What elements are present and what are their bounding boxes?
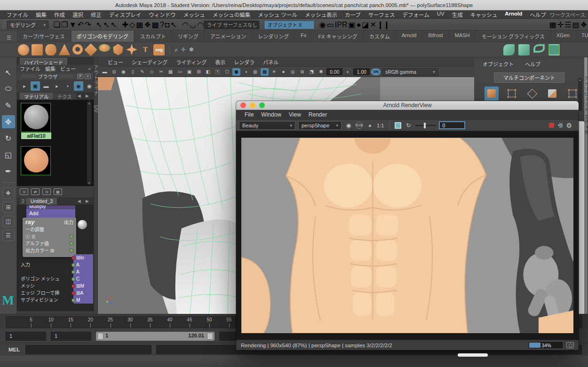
edge-mode-icon[interactable] — [525, 86, 539, 101]
node-attr-row[interactable]: 入力 — [21, 261, 77, 268]
range-handle-right[interactable] — [207, 333, 213, 340]
image-plane-icon[interactable]: ✎ — [138, 68, 146, 76]
lock-icon[interactable]: ◘ — [165, 21, 170, 29]
node-attr-row[interactable] — [21, 268, 77, 275]
panel-menu-item[interactable]: ビュー — [103, 58, 127, 66]
hypershade-tab[interactable]: ハイパーシェード — [20, 58, 67, 65]
scale-tool[interactable]: ◱ — [2, 148, 15, 161]
light-editor-icon[interactable]: ◪ — [362, 20, 369, 29]
gamma-icon[interactable]: ◐ — [344, 68, 352, 76]
stop-render-icon[interactable] — [549, 123, 554, 128]
menu-set-selector[interactable]: モデリング — [7, 21, 48, 29]
shelf-tab[interactable]: カーブ/サーフェス — [17, 30, 71, 42]
snap-grid-icon[interactable]: ✚ — [122, 20, 128, 29]
zoom-ratio-label[interactable]: 1:1 — [377, 121, 384, 130]
snap-point-icon[interactable]: ▦ — [136, 20, 143, 29]
menu-item[interactable]: ヘルプ — [526, 11, 550, 18]
menu-node-row-add[interactable]: Add — [26, 210, 75, 217]
layout-single[interactable]: ❖ — [2, 187, 15, 199]
node-attr-row[interactable]: ⓢ ☰ — [25, 233, 73, 240]
menu-item[interactable]: メッシュの編集 — [209, 11, 254, 18]
menu-item[interactable]: 作成 — [50, 11, 69, 18]
debug-value-field[interactable]: 0 — [439, 121, 465, 129]
right-scrollbar[interactable] — [578, 78, 582, 111]
render-settings-icon[interactable]: ▣ — [349, 20, 356, 29]
graph-icon[interactable]: ▦ — [54, 188, 62, 195]
undo-icon[interactable]: ↶ — [78, 20, 84, 29]
tab-scroll-arrows[interactable]: ◀ ▶ — [78, 199, 91, 203]
smooth-icon[interactable] — [518, 44, 530, 55]
menu-item[interactable]: UV — [433, 11, 448, 18]
rotate-tool[interactable]: ↻ — [2, 132, 15, 145]
camera-icon[interactable]: ▬ — [101, 68, 109, 76]
color-management-toggle[interactable]: ON — [371, 69, 381, 75]
shelf-tab[interactable]: ポリゴンのモデリング — [71, 30, 134, 42]
connection-dot[interactable] — [72, 270, 75, 274]
new-scene-icon[interactable]: ❏ — [54, 20, 60, 29]
film-gate-icon[interactable]: ▭ — [176, 68, 184, 76]
poly-sphere-icon[interactable] — [18, 44, 29, 55]
node-editor-view[interactable]: Multiply Add Mask ray 出力 ーの調整 ⓢ ☰アルファ値出力… — [17, 205, 94, 311]
vertex-mode-icon[interactable] — [505, 86, 519, 101]
connected-node-column[interactable]: ⊞InAAC⊞M⊞AM — [73, 254, 93, 304]
node-attr-row[interactable]: メッシ — [21, 282, 77, 289]
hud-icon[interactable]: 🅃 — [214, 68, 222, 76]
shelf-tab[interactable]: Fx — [295, 30, 312, 42]
redo-icon[interactable]: ↷ — [85, 20, 91, 29]
view-transform-selector[interactable]: sRGB gamma — [382, 68, 438, 76]
isolate-icon[interactable]: ◎ — [289, 68, 297, 76]
shelf-tab[interactable]: TURTLE — [576, 30, 588, 42]
bend-icon[interactable] — [533, 44, 545, 53]
menu-item[interactable]: メッシュ ツール — [254, 11, 301, 18]
poly-star-icon[interactable] — [126, 44, 137, 55]
shelf-tab[interactable]: リギング — [172, 30, 204, 42]
menu-node-header[interactable]: Multiply — [26, 205, 75, 210]
command-input[interactable] — [25, 345, 151, 354]
connection-dot[interactable] — [70, 249, 73, 252]
construction-history-icon[interactable]: ◠ — [182, 20, 189, 29]
2d-pan-icon[interactable]: ◇ — [148, 68, 156, 76]
connection-dot[interactable] — [70, 234, 73, 238]
close-icon[interactable]: ✕ — [85, 74, 91, 79]
save-scene-icon[interactable]: ▼ — [69, 21, 77, 29]
material-swatch[interactable] — [21, 146, 51, 175]
connection-dot[interactable] — [72, 277, 75, 281]
popout-icon[interactable]: 🗗 — [77, 74, 83, 79]
material-swatch[interactable]: aiFlat10 — [21, 103, 51, 132]
poly-plane-icon[interactable] — [84, 43, 97, 56]
field-chart-icon[interactable]: ◧ — [204, 68, 212, 76]
textured-icon[interactable]: ◑ — [242, 68, 250, 76]
drag-handle[interactable] — [2, 21, 6, 29]
attribute-editor-vtab[interactable]: アトリビュート エディタ — [582, 76, 588, 135]
select-component-icon[interactable]: ↖ — [111, 20, 117, 29]
connection-dot[interactable] — [70, 242, 73, 245]
shelf-tab[interactable]: Arnold — [396, 30, 422, 42]
right-menu-item[interactable]: ヘルプ — [521, 60, 544, 68]
shaded-icon[interactable]: ◼ — [232, 68, 240, 76]
node-attr-row[interactable]: ⊞M — [73, 282, 93, 289]
menu-item[interactable]: キャッシュ — [467, 11, 501, 18]
poly-svg-icon[interactable]: svg — [153, 44, 165, 55]
shelf-tab[interactable]: FX キャッシング — [313, 30, 363, 42]
rgb-channels-icon[interactable]: RGB — [356, 122, 363, 129]
input-connections-icon[interactable]: ⊡ — [20, 188, 28, 195]
menu-item[interactable]: サーフェス — [365, 11, 399, 18]
layout-outliner[interactable]: ☰ — [2, 230, 15, 241]
layout-two-pane[interactable]: ◫ — [2, 216, 15, 227]
hypershade-menu-item[interactable]: ファイル — [20, 65, 40, 72]
shelf-tab[interactable]: レンダリング — [252, 30, 294, 42]
panel-menu-item[interactable]: シェーディング — [127, 58, 172, 66]
shader-node-card[interactable]: ray 出力 ーの調整 ⓢ ☰アルファ値出力カラー ⊞ — [23, 218, 76, 257]
poly-torus-icon[interactable] — [72, 44, 83, 55]
snap-help-icon[interactable]: ? — [160, 21, 164, 29]
snap-view-icon[interactable]: ▩ — [152, 20, 159, 29]
shelf-menu-icon[interactable]: ☰ — [7, 35, 11, 41]
snap-projected-icon[interactable]: ❖ — [144, 20, 151, 29]
screen-ao-icon[interactable]: ▩ — [261, 68, 269, 76]
select-object-icon[interactable]: ↖ — [103, 20, 110, 29]
attribute-editor-icon[interactable]: ▤ — [572, 20, 580, 29]
poly-cone-icon[interactable] — [59, 44, 70, 55]
panel-menu-item[interactable]: ライティング — [172, 58, 211, 66]
renderview-menu-item[interactable]: Window — [257, 111, 285, 118]
character-controls-icon[interactable]: ✛ — [557, 20, 564, 29]
